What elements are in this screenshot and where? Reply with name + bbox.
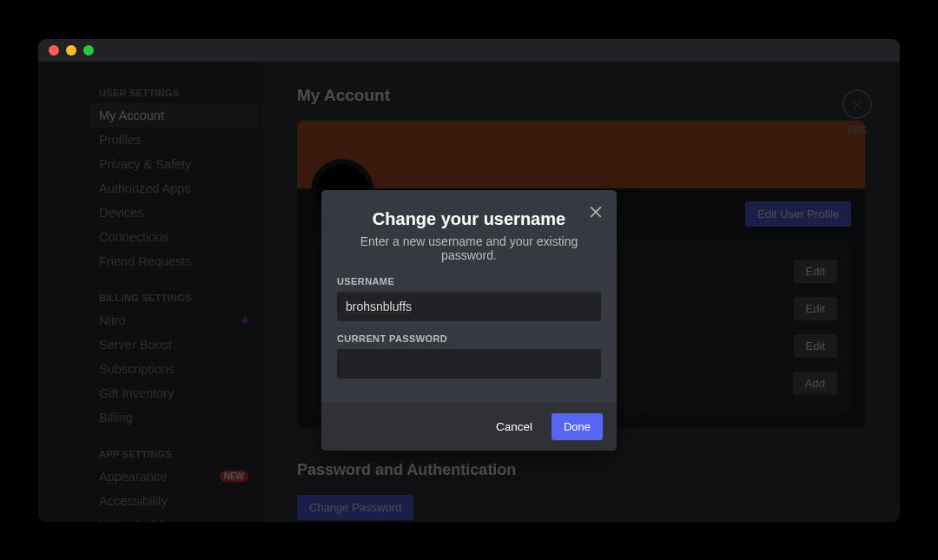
modal-footer: Cancel Done bbox=[321, 403, 617, 451]
password-input[interactable] bbox=[337, 349, 601, 379]
modal-title: Change your username bbox=[337, 209, 601, 229]
app-body: User SettingsMy AccountProfilesPrivacy &… bbox=[38, 62, 900, 522]
done-button[interactable]: Done bbox=[552, 413, 603, 440]
window-zoom-icon[interactable] bbox=[83, 45, 94, 56]
titlebar bbox=[38, 39, 900, 62]
cancel-button[interactable]: Cancel bbox=[484, 413, 545, 440]
window-minimize-icon[interactable] bbox=[66, 45, 76, 56]
window-close-icon[interactable] bbox=[49, 45, 59, 56]
change-username-modal: Change your username Enter a new usernam… bbox=[321, 190, 617, 451]
modal-subtitle: Enter a new username and your existing p… bbox=[337, 234, 601, 262]
password-label: Current Password bbox=[337, 333, 601, 344]
modal-close-button[interactable] bbox=[587, 202, 604, 223]
modal-body: Change your username Enter a new usernam… bbox=[321, 190, 617, 403]
close-icon bbox=[587, 202, 604, 220]
username-label: Username bbox=[337, 276, 601, 287]
modal-overlay[interactable]: Change your username Enter a new usernam… bbox=[38, 62, 900, 522]
app-window: User SettingsMy AccountProfilesPrivacy &… bbox=[38, 39, 900, 522]
username-input[interactable] bbox=[337, 292, 601, 321]
